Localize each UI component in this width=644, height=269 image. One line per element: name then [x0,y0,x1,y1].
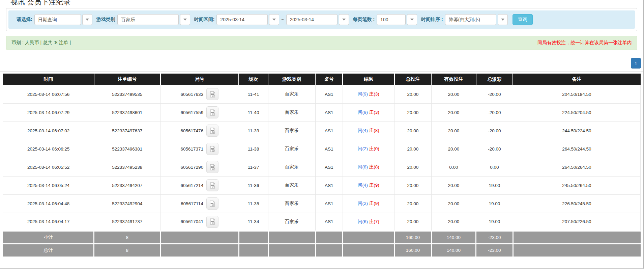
query-type-dropdown-button[interactable] [82,14,92,25]
total-empty [315,244,343,257]
cell-valid-bet: 20.00 [431,85,476,103]
cell-bet-id: 522337492904 [94,194,160,213]
table-row: 2025-03-14 06:06:25522337496381605617371… [3,140,641,158]
cell-time: 2025-03-14 06:04:17 [3,213,94,231]
cell-valid-bet: 20.00 [431,213,476,231]
cell-total-bet[interactable]: 20.00 [394,103,432,122]
game-type-label: 游戏类别 [96,17,115,23]
result-player: 闲(2) [358,146,368,151]
round-id-text: 605617214 [181,183,204,188]
cell-table-no: AS1 [315,85,343,103]
video-replay-button[interactable] [206,106,218,118]
cell-payout: -20.00 [476,140,513,158]
total-valid-bet: 140.00 [431,244,476,257]
round-id-group: 605617114 [181,197,218,210]
cell-total-bet[interactable]: 20.00 [394,176,432,194]
video-replay-button[interactable] [206,125,218,137]
chevron-down-icon [272,19,276,21]
cell-session: 11-36 [239,176,268,194]
cell-game-type: 百家乐 [268,158,315,176]
table-row: 2025-03-14 06:05:24522337494207605617214… [3,176,641,194]
video-replay-button[interactable] [206,143,218,155]
total-empty [268,244,315,257]
cell-session: 11-35 [239,194,268,213]
cell-time: 2025-03-14 06:07:56 [3,85,94,103]
cell-payout: -20.00 [476,122,513,140]
cell-table-no: AS1 [315,140,343,158]
cell-bet-id: 522337494207 [94,176,160,194]
cell-session: 11-41 [239,85,268,103]
valid-bet-notice: 同局有效投注，统一计算在该局第一张注单内 [537,40,632,46]
game-type-select[interactable]: 百家乐 [117,14,179,25]
table-header: 时间注单编号局号场次游戏类别桌号结果总投注有效投注总派彩备注 [3,74,641,85]
cell-round-id: 605617290 [160,158,239,176]
date-to-dropdown-button[interactable] [339,14,349,25]
page-size-select[interactable]: 100 [377,14,406,25]
cell-total-bet[interactable]: 20.00 [394,194,432,213]
page-size-label: 每页笔数 : [353,17,375,23]
page-1-button[interactable]: 1 [631,58,641,69]
round-id-group: 605617476 [181,125,219,137]
cell-remark: 226.50/245.50 [513,194,640,213]
round-id-text: 605617633 [181,92,204,97]
result-banker: 庄(3) [369,91,379,97]
result-banker: 庄(0) [369,146,379,151]
currency-total-text: 币别 : 人民币 | 总共 :8 注单 | [11,40,71,46]
cell-valid-bet: 0.00 [431,158,476,176]
table-row: 2025-03-14 06:07:29522337498601605617559… [3,103,641,122]
cell-table-no: AS1 [315,122,343,140]
cell-total-bet[interactable]: 20.00 [394,213,432,231]
table-row: 2025-03-14 06:05:52522337495238605617290… [3,158,641,176]
round-id-text: 605617041 [181,219,204,224]
query-type-select[interactable]: 日期查询 [34,14,81,25]
query-type-label: 请选择: [17,17,32,23]
result-player: 闲(4) [358,128,368,133]
cell-payout: -20.00 [476,103,513,122]
date-from-input[interactable]: 2025-03-14 [216,14,268,25]
search-button[interactable]: 查询 [513,14,533,25]
video-replay-button[interactable] [206,216,218,228]
result-banker: 庄(9) [369,201,379,206]
video-replay-button[interactable] [206,179,218,191]
table-row: 2025-03-14 06:04:17522337491737605617041… [3,213,641,231]
round-id-group: 605617290 [181,161,219,173]
cell-table-no: AS1 [315,158,343,176]
column-header-9: 总派彩 [476,74,513,85]
result-banker: 庄(7) [369,219,379,224]
game-type-dropdown-button[interactable] [180,14,190,25]
column-header-2: 局号 [160,74,239,85]
total-payout: -23.00 [476,244,513,257]
cell-total-bet[interactable]: 20.00 [394,140,432,158]
date-from-dropdown-button[interactable] [269,14,279,25]
column-header-0: 时间 [3,74,94,85]
cell-payout: 19.00 [476,194,513,213]
page-size-dropdown-button[interactable] [407,14,417,25]
cell-time: 2025-03-14 06:04:48 [3,194,94,213]
column-header-8: 有效投注 [431,74,476,85]
cell-round-id: 605617214 [160,176,239,194]
cell-total-bet[interactable]: 20.00 [394,85,432,103]
table-row: 2025-03-14 06:07:56522337499535605617633… [3,85,641,103]
cell-payout: 19.00 [476,176,513,194]
sort-order-dropdown-button[interactable] [498,14,508,25]
column-header-10: 备注 [513,74,640,85]
subtotal-valid-bet: 140.00 [431,231,476,244]
cell-total-bet[interactable]: 20.00 [394,158,432,176]
video-replay-button[interactable] [206,161,218,173]
video-file-icon [209,164,216,171]
result-player: 闲(6) [358,219,368,224]
video-replay-button[interactable] [206,88,218,100]
sort-order-select[interactable]: 降幂(由大到小) [445,14,496,25]
cell-total-bet[interactable]: 20.00 [394,122,432,140]
summary-bar: 币别 : 人民币 | 总共 :8 注单 | 同局有效投注，统一计算在该局第一张注… [6,36,637,50]
date-to-input[interactable]: 2025-03-14 [286,14,338,25]
subtotal-remark [513,231,640,244]
column-header-7: 总投注 [394,74,432,85]
cell-game-type: 百家乐 [268,176,315,194]
video-replay-button[interactable] [206,197,218,210]
chevron-down-icon [410,19,414,21]
cell-bet-id: 522337498601 [94,103,160,122]
cell-valid-bet: 20.00 [431,194,476,213]
column-header-4: 游戏类别 [268,74,315,85]
round-id-text: 605617476 [181,128,204,133]
